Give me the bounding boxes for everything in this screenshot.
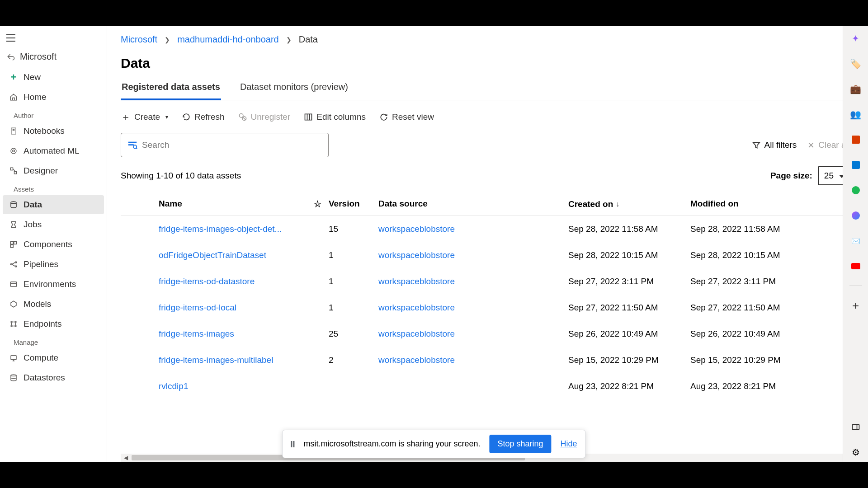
row-modified: Sep 28, 2022 10:15 AM <box>690 250 799 260</box>
table-row[interactable]: rvlcdip1Aug 23, 2022 8:21 PMAug 23, 2022… <box>121 373 850 399</box>
row-version: 25 <box>329 329 378 339</box>
row-version: 1 <box>329 277 378 286</box>
tab-registered-data-assets[interactable]: Registered data assets <box>121 77 221 100</box>
people-icon[interactable]: 👥 <box>850 108 862 120</box>
hide-share-button[interactable]: Hide <box>561 439 577 449</box>
svg-point-3 <box>11 148 16 154</box>
hamburger-menu[interactable] <box>6 34 15 42</box>
row-name-link[interactable]: fridge-items-od-local <box>139 303 306 313</box>
svg-rect-38 <box>128 144 134 145</box>
row-datasource-link[interactable]: workspaceblobstore <box>378 355 455 365</box>
sidebar-designer[interactable]: Designer <box>3 161 104 180</box>
svg-line-15 <box>12 263 15 265</box>
svg-line-16 <box>12 264 15 267</box>
row-version: 2 <box>329 355 378 365</box>
datastores-icon <box>9 373 18 382</box>
sidebar-environments[interactable]: Environments <box>3 275 104 294</box>
row-name-link[interactable]: rvlcdip1 <box>139 381 306 391</box>
sidebar-automl[interactable]: Automated ML <box>3 141 104 160</box>
row-datasource-link[interactable]: workspaceblobstore <box>378 250 455 260</box>
create-button[interactable]: ＋ Create ▾ <box>121 110 168 124</box>
sidebar-models[interactable]: Models <box>3 295 104 314</box>
sidebar-notebooks[interactable]: Notebooks <box>3 122 104 141</box>
svg-rect-11 <box>10 245 13 248</box>
plus-icon: + <box>9 73 18 82</box>
section-manage: Manage <box>0 334 107 348</box>
row-name-link[interactable]: odFridgeObjectTrainDataset <box>139 250 306 260</box>
briefcase-icon[interactable]: 💼 <box>850 83 862 95</box>
breadcrumb-root[interactable]: Microsoft <box>121 34 157 45</box>
section-assets: Assets <box>0 181 107 195</box>
sidebar-components[interactable]: Components <box>3 235 104 254</box>
svg-rect-17 <box>10 282 17 287</box>
page-size-label: Page size: <box>770 171 812 181</box>
row-datasource-link[interactable]: workspaceblobstore <box>378 277 455 286</box>
back-workspace[interactable]: Microsoft <box>0 46 107 67</box>
table-row[interactable]: fridge-items-images25workspaceblobstoreS… <box>121 321 850 347</box>
row-modified: Sep 15, 2022 10:29 PM <box>690 355 799 365</box>
add-app-icon[interactable]: + <box>850 300 862 311</box>
all-filters-button[interactable]: All filters <box>752 140 797 150</box>
scroll-left-icon[interactable]: ◀ <box>122 454 130 462</box>
row-modified: Aug 23, 2022 8:21 PM <box>690 381 799 391</box>
settings-icon[interactable]: ⚙ <box>850 446 862 458</box>
col-modified[interactable]: Modified on <box>690 199 799 209</box>
tab-dataset-monitors[interactable]: Dataset monitors (preview) <box>239 77 349 100</box>
row-modified: Sep 26, 2022 10:49 AM <box>690 329 799 339</box>
row-datasource-link[interactable]: workspaceblobstore <box>378 224 455 234</box>
breadcrumb-workspace[interactable]: madhumaddi-hd-onboard <box>177 34 279 45</box>
refresh-button[interactable]: Refresh <box>182 112 225 122</box>
sidebar-pipelines[interactable]: Pipelines <box>3 255 104 274</box>
search-box[interactable] <box>121 133 329 157</box>
table-row[interactable]: fridge-items-images-object-det...15works… <box>121 216 850 242</box>
chevron-right-icon: ❯ <box>165 36 170 43</box>
row-datasource-link[interactable]: workspaceblobstore <box>378 303 455 312</box>
spotify-icon[interactable] <box>850 184 862 196</box>
col-data-source[interactable]: Data source <box>378 199 568 209</box>
messenger-icon[interactable] <box>850 210 862 221</box>
sidebar-new[interactable]: + New <box>3 68 104 87</box>
table-row[interactable]: fridge-items-od-local1workspaceblobstore… <box>121 295 850 321</box>
reset-view-button[interactable]: Reset view <box>379 112 434 122</box>
col-created[interactable]: Created on↓ <box>568 199 690 209</box>
sidebar-datastores[interactable]: Datastores <box>3 368 104 387</box>
edit-columns-button[interactable]: Edit columns <box>304 112 366 122</box>
components-icon <box>9 240 18 249</box>
svg-point-8 <box>11 202 16 204</box>
star-icon: ☆ <box>314 199 321 209</box>
plus-icon: ＋ <box>121 110 131 124</box>
office-icon[interactable] <box>850 134 862 145</box>
row-name-link[interactable]: fridge-items-images-multilabel <box>139 355 306 365</box>
search-input[interactable] <box>142 140 322 150</box>
table-row[interactable]: fridge-items-images-multilabel2workspace… <box>121 347 850 373</box>
svg-rect-41 <box>852 424 859 430</box>
table-row[interactable]: fridge-items-od-datastore1workspaceblobs… <box>121 268 850 295</box>
sidebar-data[interactable]: Data <box>3 195 104 214</box>
table-row[interactable]: odFridgeObjectTrainDataset1workspaceblob… <box>121 242 850 268</box>
outlook-icon[interactable] <box>850 159 862 171</box>
row-datasource-link[interactable]: workspaceblobstore <box>378 329 455 338</box>
page-title: Data <box>121 56 850 71</box>
sidebar-jobs[interactable]: Jobs <box>3 215 104 234</box>
svg-point-20 <box>15 321 16 323</box>
row-name-link[interactable]: fridge-items-od-datastore <box>139 277 306 286</box>
row-name-link[interactable]: fridge-items-images <box>139 329 306 339</box>
svg-point-14 <box>15 266 17 267</box>
panel-toggle-icon[interactable] <box>850 421 862 433</box>
toolbar: ＋ Create ▾ Refresh Unregister Edit colum… <box>121 110 850 124</box>
col-version[interactable]: Version <box>329 199 378 209</box>
tag-icon[interactable]: 🏷️ <box>850 58 862 70</box>
stop-sharing-button[interactable]: Stop sharing <box>490 435 552 453</box>
copilot-icon[interactable]: ✦ <box>850 33 862 44</box>
sidebar-home[interactable]: Home <box>3 88 104 107</box>
col-name[interactable]: Name <box>139 199 306 209</box>
sidebar-endpoints[interactable]: Endpoints <box>3 314 104 333</box>
col-favorite[interactable]: ☆ <box>306 199 329 209</box>
gmail-icon[interactable]: ✉️ <box>850 235 862 247</box>
row-created: Aug 23, 2022 8:21 PM <box>568 381 690 391</box>
designer-icon <box>9 166 18 175</box>
result-count: Showing 1-10 of 10 data assets <box>121 171 241 181</box>
sidebar-compute[interactable]: Compute <box>3 348 104 367</box>
row-name-link[interactable]: fridge-items-images-object-det... <box>139 224 306 234</box>
youtube-icon[interactable] <box>850 260 862 272</box>
